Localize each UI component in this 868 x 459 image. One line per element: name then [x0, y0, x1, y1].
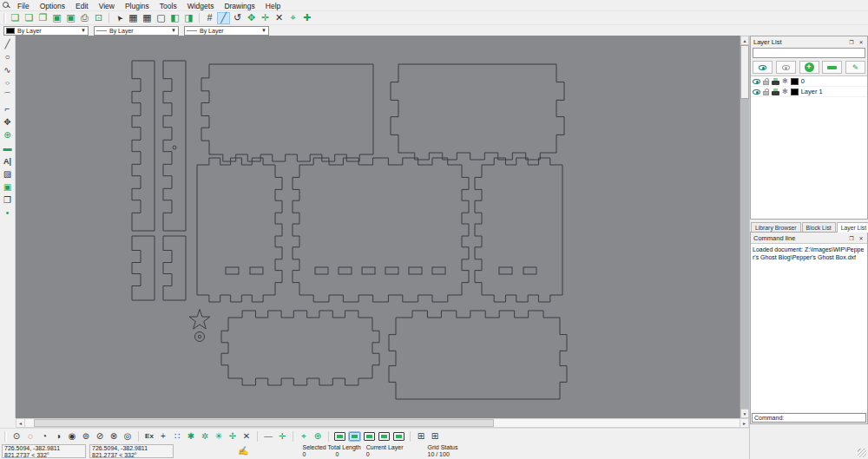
- cad-drawing[interactable]: [16, 36, 740, 418]
- strip-c[interactable]: [132, 236, 155, 300]
- panel-mid-center-slot[interactable]: [315, 267, 328, 274]
- layer-construction-icon[interactable]: ✻: [782, 78, 788, 85]
- ellipse-tool-icon[interactable]: ○: [0, 78, 16, 89]
- scroll-down-icon[interactable]: ▼: [740, 409, 749, 418]
- image-tool-icon[interactable]: ▣: [1, 180, 14, 193]
- snap-distance-icon[interactable]: ⊘: [94, 430, 106, 443]
- menu-file[interactable]: File: [13, 2, 34, 10]
- layer-name[interactable]: Layer 1: [801, 88, 823, 95]
- float-panel-icon[interactable]: ❐: [848, 235, 855, 241]
- panel-mid-right[interactable]: [475, 158, 562, 302]
- hatch-tool-icon[interactable]: ▨: [1, 167, 14, 180]
- strip-d[interactable]: [163, 236, 186, 300]
- panel-mid-center-slot[interactable]: [339, 267, 352, 274]
- new-file-icon[interactable]: ❏: [9, 12, 22, 24]
- scroll-right-icon[interactable]: ►: [740, 418, 749, 428]
- polyline-tool-icon[interactable]: ⌐: [1, 102, 14, 115]
- layer-print-icon[interactable]: [772, 81, 779, 85]
- scroll-up-icon[interactable]: ▲: [740, 36, 749, 45]
- layer-row[interactable]: ✻ 0: [751, 76, 867, 87]
- layer-color-swatch[interactable]: [791, 78, 799, 85]
- toolbar-handle[interactable]: [3, 13, 6, 23]
- layer-construction-icon[interactable]: ✻: [782, 89, 788, 95]
- vertical-scroll-thumb[interactable]: [740, 45, 749, 99]
- new-sheet-2-icon[interactable]: ⊞: [429, 430, 441, 443]
- snap-grid-icon[interactable]: ◌: [24, 430, 36, 443]
- spline-tool-icon[interactable]: ∿: [1, 63, 14, 76]
- node-edit-icon[interactable]: ✳: [213, 430, 225, 443]
- layer-lock-icon[interactable]: [763, 91, 769, 95]
- snap-on-entity-icon[interactable]: ◑: [52, 430, 64, 443]
- export-image-2-icon[interactable]: ▦: [141, 12, 154, 24]
- snap-nothing-icon[interactable]: +: [157, 430, 169, 443]
- menu-options[interactable]: Options: [36, 2, 69, 10]
- color-combo[interactable]: By Layer ▼: [3, 26, 89, 36]
- exclusive-snap-button[interactable]: Ex: [143, 430, 155, 443]
- menu-widgets[interactable]: Widgets: [183, 2, 219, 10]
- restrict-horizontal-icon[interactable]: —: [262, 430, 274, 443]
- print-preview-icon[interactable]: ⊡: [92, 12, 105, 24]
- layer-filter-input[interactable]: [753, 48, 865, 58]
- order-up-icon[interactable]: ◨: [182, 12, 195, 24]
- arc-tool-icon[interactable]: ⌒: [1, 89, 14, 102]
- snap-intersection-icon[interactable]: ⊗: [108, 430, 120, 443]
- grid-toggle-icon[interactable]: #: [203, 12, 216, 24]
- vertical-scroll-track[interactable]: [740, 45, 749, 409]
- delete-entity-icon[interactable]: ✕: [273, 12, 286, 24]
- panel-mid-center[interactable]: [293, 158, 469, 302]
- close-panel-icon[interactable]: ✕: [858, 235, 865, 241]
- relative-zero-icon[interactable]: ⌖: [298, 430, 310, 443]
- text-tool-icon[interactable]: A|: [1, 154, 14, 167]
- full-view-icon[interactable]: [378, 432, 390, 441]
- panel-mid-center-slot[interactable]: [409, 267, 422, 274]
- new-from-template-icon[interactable]: ❏: [23, 12, 36, 24]
- horizontal-scroll-thumb[interactable]: [34, 419, 494, 427]
- move-icon[interactable]: ✥: [245, 12, 258, 24]
- panel-top-right[interactable]: [391, 64, 564, 160]
- lock-relative-zero-icon[interactable]: ⊕: [312, 430, 324, 443]
- layer-name[interactable]: 0: [801, 77, 805, 85]
- layer-row[interactable]: ✻ Layer 1: [751, 87, 867, 97]
- menu-help[interactable]: Help: [261, 2, 285, 10]
- snap-free-icon[interactable]: ⊙: [10, 430, 23, 443]
- show-all-layers-button[interactable]: [753, 61, 773, 74]
- snap-middle-icon[interactable]: ⊚: [80, 430, 92, 443]
- node-near-icon[interactable]: ✢: [227, 430, 239, 443]
- panel-top-mid[interactable]: [201, 64, 373, 161]
- zoom-plus-icon[interactable]: ✚: [300, 12, 313, 24]
- width-combo[interactable]: By Layer ▼: [94, 26, 179, 36]
- grid-points-icon[interactable]: ∷: [171, 430, 183, 443]
- panel-mid-left-slot[interactable]: [226, 267, 239, 274]
- position-icon[interactable]: ⌖: [286, 12, 299, 24]
- restrict-vertical-icon[interactable]: ✛: [276, 430, 288, 443]
- layer-print-icon[interactable]: [772, 91, 779, 95]
- node-insert-icon[interactable]: ✱: [185, 430, 197, 443]
- new-sheet-icon[interactable]: ⊞: [415, 430, 427, 443]
- draft-rect-icon[interactable]: ▢: [155, 12, 168, 24]
- node-delete-icon[interactable]: ✕: [240, 430, 253, 443]
- save-icon[interactable]: ▣: [50, 12, 63, 24]
- normal-view-icon[interactable]: [349, 432, 360, 441]
- tab-layer-list[interactable]: Layer List: [837, 222, 868, 233]
- snap-center-icon[interactable]: ◉: [66, 430, 78, 443]
- menu-plugins[interactable]: Plugins: [121, 2, 154, 10]
- snap-auto-icon[interactable]: ◎: [122, 430, 134, 443]
- print-view-icon[interactable]: [393, 432, 404, 441]
- panel-mid-right-slot[interactable]: [523, 267, 536, 274]
- washer-inner[interactable]: [198, 335, 201, 338]
- panel-mid-left[interactable]: [197, 158, 282, 302]
- panel-bottom-right[interactable]: [389, 311, 567, 399]
- menu-view[interactable]: View: [95, 2, 119, 10]
- close-panel-icon[interactable]: ✕: [858, 39, 865, 45]
- point-tool-icon[interactable]: •: [1, 207, 14, 220]
- add-entity-icon[interactable]: ✛: [259, 12, 272, 24]
- print-icon[interactable]: ⎙: [78, 12, 91, 24]
- zoom-tool-icon[interactable]: ⊕: [1, 128, 14, 141]
- panel-bottom-left[interactable]: [221, 311, 379, 385]
- layer-visible-icon[interactable]: [753, 79, 760, 84]
- toolbar-handle[interactable]: [4, 431, 7, 442]
- add-layer-button[interactable]: +: [799, 61, 819, 74]
- modify-tool-icon[interactable]: ✥: [1, 115, 14, 128]
- star-shape[interactable]: [189, 310, 210, 330]
- layer-color-swatch[interactable]: [791, 89, 799, 95]
